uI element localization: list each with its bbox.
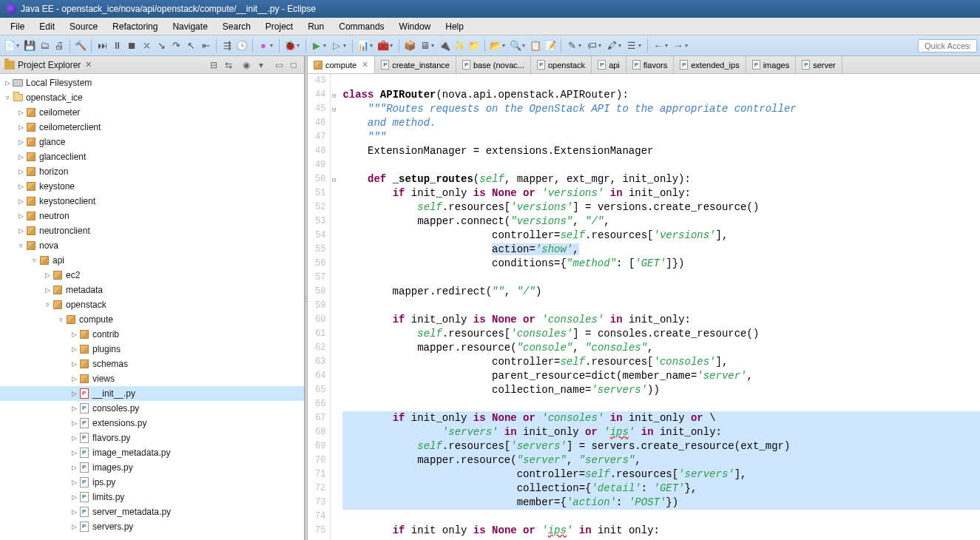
collapse-all-icon[interactable]: ⊟ [208, 59, 220, 71]
editor-tab-flavors[interactable]: flavors [626, 56, 674, 73]
tree-item-images-py[interactable]: ▷images.py [0, 460, 304, 475]
run-last-icon[interactable]: ▷ [330, 39, 343, 53]
code-line[interactable]: self.resources['servers'] = servers.crea… [342, 439, 980, 453]
task-icon[interactable]: 📝 [544, 39, 557, 53]
editor-tab-images[interactable]: images [746, 56, 796, 73]
editor-tab-base--novac---[interactable]: base (novac... [456, 56, 531, 73]
forward-icon[interactable]: → [672, 39, 685, 53]
link-editor-icon[interactable]: ⇆ [223, 59, 234, 71]
run-icon[interactable]: ▶ [310, 39, 323, 53]
tree-twisty[interactable]: ▷ [70, 479, 78, 486]
tree-twisty[interactable]: ▷ [70, 390, 78, 397]
tree-item-compute[interactable]: ▿compute [0, 312, 304, 327]
tree-twisty[interactable]: ▷ [16, 124, 25, 131]
code-line[interactable]: collection={'detail': 'GET'}, [342, 482, 980, 496]
code-line[interactable]: if init_only is None or 'versions' in in… [342, 186, 980, 200]
menu-edit[interactable]: Edit [32, 19, 62, 34]
code-line[interactable]: controller=self.resources['servers'], [342, 468, 980, 482]
tree-item-plugins[interactable]: ▷plugins [0, 342, 304, 357]
ext-tools-icon[interactable]: 🧰 [376, 39, 390, 53]
tree-twisty[interactable]: ▷ [70, 449, 78, 456]
highlight-icon[interactable]: 🖍 [605, 39, 618, 53]
tree-twisty[interactable]: ▷ [43, 271, 52, 279]
code-line[interactable]: ExtensionManager = extensions.ExtensionM… [342, 144, 980, 158]
tree-item-schemas[interactable]: ▷schemas [0, 357, 304, 371]
tree-item-servers-py[interactable]: ▷servers.py [0, 519, 304, 534]
code-line[interactable] [342, 74, 980, 88]
menu-project[interactable]: Project [258, 19, 300, 34]
tree-twisty[interactable]: ▷ [70, 493, 78, 501]
tree-twisty[interactable]: ▷ [16, 153, 25, 161]
open-resource-icon[interactable]: 📋 [529, 39, 542, 53]
tree-item-keystone[interactable]: ▷keystone [0, 179, 304, 194]
tree-item-ceilometer[interactable]: ▷ceilometer [0, 105, 304, 120]
tree-twisty[interactable]: ▷ [70, 523, 78, 530]
tree-twisty[interactable]: ▿ [3, 94, 12, 101]
color-icon[interactable]: ● [257, 39, 270, 53]
tree-item-glanceclient[interactable]: ▷glanceclient [0, 149, 304, 164]
package-icon[interactable]: 📦 [403, 39, 416, 53]
coverage-icon[interactable]: 📊 [356, 39, 370, 53]
editor-tab-extended-ips[interactable]: extended_ips [674, 56, 746, 73]
marker-icon[interactable]: 🏷 [585, 39, 598, 53]
new-connection-icon[interactable]: 🔌 [438, 39, 451, 53]
tree-twisty[interactable]: ▿ [16, 242, 25, 249]
tree-item-local-filesystem[interactable]: ▷Local Filesystem [0, 75, 304, 90]
code-line[interactable]: parent_resource=dict(member_name='server… [342, 369, 980, 383]
step-return-icon[interactable]: ↖ [184, 39, 197, 53]
stop-icon[interactable]: ⏹ [125, 39, 138, 53]
code-line[interactable]: if init_only is None or 'consoles' in in… [342, 313, 980, 327]
code-line[interactable] [342, 510, 980, 524]
open-type-icon[interactable]: 📂 [489, 39, 502, 53]
code-line[interactable]: def _setup_routes(self, mapper, ext_mgr,… [342, 172, 980, 186]
menu-navigate[interactable]: Navigate [165, 19, 214, 34]
tree-twisty[interactable]: ▷ [70, 375, 78, 382]
menu-window[interactable]: Window [392, 19, 439, 34]
code-line[interactable] [342, 271, 980, 285]
tree-item-keystoneclient[interactable]: ▷keystoneclient [0, 194, 304, 209]
tree-item-neutronclient[interactable]: ▷neutronclient [0, 223, 304, 238]
menu-search[interactable]: Search [215, 19, 258, 34]
disconnect-icon[interactable]: ⤫ [140, 39, 153, 53]
tab-close-icon[interactable]: ✕ [362, 60, 368, 70]
tree-twisty[interactable]: ▷ [16, 138, 25, 146]
tree-item-consoles-py[interactable]: ▷consoles.py [0, 401, 304, 416]
code-line[interactable]: member={'action': 'POST'}) [342, 496, 980, 510]
drop-frame-icon[interactable]: ⇤ [199, 39, 212, 53]
fold-column[interactable] [331, 74, 341, 540]
tree-twisty[interactable]: ▷ [16, 227, 25, 234]
code-line[interactable]: 'servers' in init_only or 'ips' in init_… [342, 425, 980, 439]
menu-commands[interactable]: Commands [331, 19, 391, 34]
code-line[interactable]: mapper.resource("console", "consoles", [342, 341, 980, 355]
tree-item-flavors-py[interactable]: ▷flavors.py [0, 431, 304, 445]
tree-item-api[interactable]: ▿api [0, 253, 304, 268]
tree-item-views[interactable]: ▷views [0, 371, 304, 386]
new-wizard-icon[interactable]: ✨ [453, 39, 466, 53]
tree-twisty[interactable]: ▷ [70, 434, 78, 442]
editor-tab-server[interactable]: server [796, 56, 842, 73]
tree-twisty[interactable]: ▷ [70, 360, 78, 368]
code-line[interactable]: mapper.redirect("", "/") [342, 285, 980, 299]
editor-tab-compute[interactable]: compute✕ [308, 56, 375, 74]
menu-help[interactable]: Help [438, 19, 471, 34]
tree-item-horizon[interactable]: ▷horizon [0, 164, 304, 179]
tree-twisty[interactable]: ▷ [16, 168, 25, 175]
new-server-icon[interactable]: 🖥 [418, 39, 431, 53]
code-line[interactable]: conditions={"method": ['GET']}) [342, 257, 980, 271]
code-line[interactable]: controller=self.resources['consoles'], [342, 355, 980, 369]
tree-item-neutron[interactable]: ▷neutron [0, 209, 304, 223]
code-line[interactable]: self.resources['versions'] = versions.cr… [342, 200, 980, 215]
code-line[interactable]: mapper.resource("server", "servers", [342, 453, 980, 468]
tree-twisty[interactable]: ▷ [70, 345, 78, 353]
print-icon[interactable]: 🖨 [53, 39, 66, 53]
tree-twisty[interactable]: ▷ [16, 183, 25, 190]
quick-access-input[interactable] [918, 39, 977, 53]
tree-twisty[interactable]: ▷ [70, 405, 78, 412]
tree-item-openstack[interactable]: ▿openstack [0, 297, 304, 312]
code-line[interactable]: if init only is None or 'ips' in init on… [342, 524, 980, 538]
code-line[interactable]: """ [342, 130, 980, 144]
maximize-icon[interactable]: □ [288, 59, 300, 71]
tree-twisty[interactable]: ▷ [70, 331, 78, 338]
code-line[interactable]: """Routes requests on the OpenStack API … [342, 102, 980, 116]
save-all-icon[interactable]: 🗂 [38, 39, 51, 53]
